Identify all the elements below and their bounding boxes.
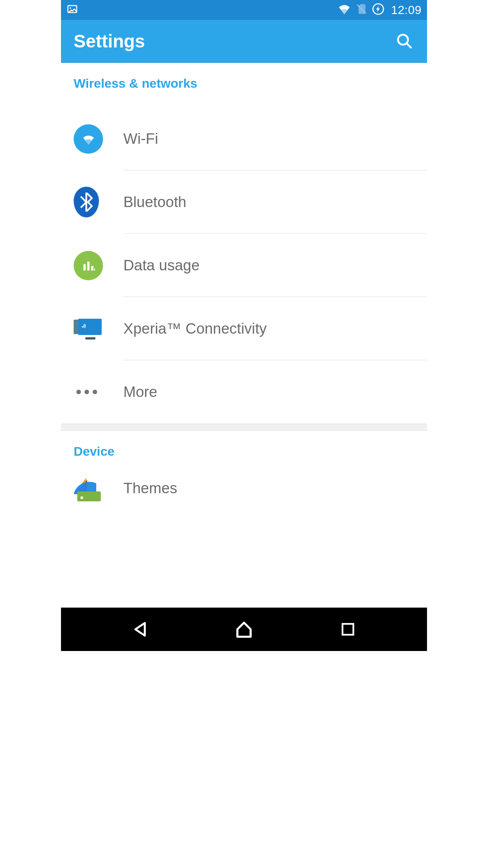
page-title: Settings (74, 31, 394, 52)
settings-item-label: More (123, 383, 157, 401)
picture-icon (66, 3, 78, 17)
settings-item-bluetooth[interactable]: Bluetooth (61, 170, 427, 234)
nav-back-button[interactable] (122, 616, 158, 643)
svg-rect-11 (343, 624, 353, 635)
recent-apps-icon (340, 621, 356, 637)
xperia-connectivity-icon (74, 318, 103, 340)
nav-recent-button[interactable] (330, 616, 366, 643)
settings-item-more[interactable]: More (61, 360, 427, 424)
svg-point-1 (70, 7, 71, 9)
bluetooth-icon (74, 187, 99, 217)
svg-point-10 (80, 496, 83, 499)
themes-icon (74, 478, 101, 503)
settings-item-label: Wi-Fi (123, 130, 158, 147)
app-bar: Settings (61, 20, 427, 63)
flash-circle-icon (372, 3, 385, 17)
section-wireless-networks: Wireless & networks Wi-Fi Bluetooth (61, 63, 427, 424)
status-bar: 12:09 (61, 0, 427, 20)
svg-rect-4 (83, 264, 85, 270)
wifi-icon (74, 124, 103, 154)
data-usage-icon (74, 251, 103, 280)
settings-item-label: Data usage (123, 257, 200, 274)
navigation-bar (61, 608, 427, 651)
settings-item-label: Xperia™ Connectivity (123, 320, 267, 337)
nav-home-button[interactable] (226, 616, 262, 643)
settings-item-wifi[interactable]: Wi-Fi (61, 107, 427, 170)
settings-item-xperia-connectivity[interactable]: Xperia™ Connectivity (61, 297, 427, 360)
svg-rect-9 (77, 491, 101, 501)
settings-list[interactable]: Wireless & networks Wi-Fi Bluetooth (61, 63, 427, 608)
settings-item-themes[interactable]: Themes (61, 475, 427, 511)
home-icon (234, 619, 254, 639)
svg-point-8 (82, 326, 83, 328)
no-sim-icon (356, 3, 367, 17)
status-time: 12:09 (391, 3, 422, 17)
search-button[interactable] (394, 31, 414, 51)
section-divider (61, 424, 427, 431)
wifi-icon (338, 2, 351, 18)
section-header-device: Device (61, 431, 427, 467)
svg-rect-6 (91, 266, 93, 270)
more-icon (74, 390, 97, 394)
section-header-wireless: Wireless & networks (61, 63, 427, 99)
settings-item-label: Bluetooth (123, 193, 186, 211)
back-icon (131, 620, 150, 639)
settings-item-label: Themes (123, 478, 177, 497)
settings-item-data-usage[interactable]: Data usage (61, 234, 427, 297)
section-device: Device Themes (61, 431, 427, 511)
svg-rect-7 (94, 269, 95, 270)
search-icon (396, 33, 413, 50)
svg-rect-5 (87, 262, 89, 271)
